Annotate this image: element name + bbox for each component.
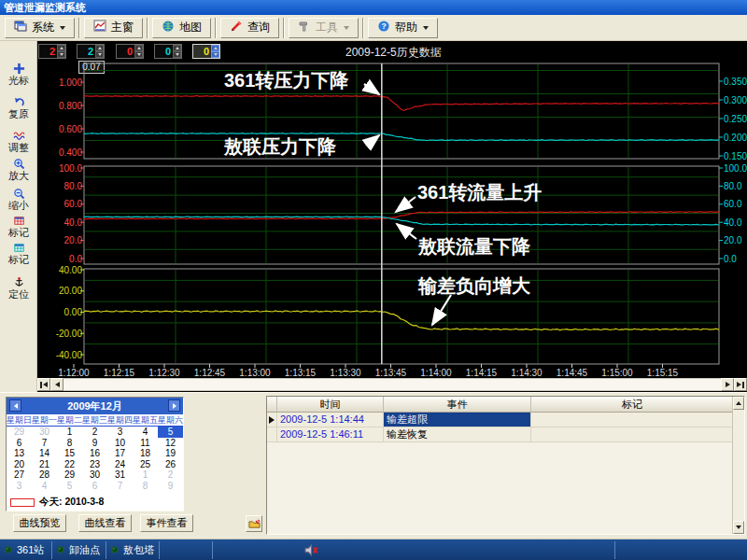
calendar-day[interactable]: 28: [32, 469, 57, 481]
event-table-scrollbar[interactable]: [732, 397, 744, 534]
calendar-day[interactable]: 9: [82, 438, 107, 449]
current-row-icon: [269, 416, 275, 424]
calendar-day[interactable]: 30: [82, 469, 107, 481]
svg-text:1:14:15: 1:14:15: [466, 368, 498, 378]
scroll-track[interactable]: [63, 378, 721, 391]
calendar-day[interactable]: 21: [32, 459, 57, 470]
scroll-right-button[interactable]: [721, 378, 734, 391]
calendar-day[interactable]: 6: [82, 481, 107, 492]
toolbar-button-查询[interactable]: 查询: [220, 18, 279, 38]
calendar-day[interactable]: 25: [133, 459, 158, 470]
sidebar-tool-label: 调整: [0, 142, 37, 153]
svg-text:40.0: 40.0: [724, 217, 742, 228]
calendar-day[interactable]: 5: [57, 481, 82, 492]
toolbar-button-label: 系统: [32, 20, 54, 35]
toolbar-button-地图[interactable]: 地图: [152, 18, 211, 38]
calendar-prev-button[interactable]: [9, 399, 21, 412]
calendar-day[interactable]: 26: [158, 459, 183, 470]
svg-text:1:13:45: 1:13:45: [375, 368, 407, 378]
calendar-day[interactable]: 29: [57, 469, 82, 481]
sidebar-tool-光标-0[interactable]: 光标: [0, 62, 37, 86]
calendar-day[interactable]: 1: [57, 427, 82, 438]
button-事件查看[interactable]: 事件查看: [140, 514, 193, 532]
calendar-day[interactable]: 10: [107, 438, 133, 449]
sidebar-tool-缩小-4[interactable]: 缩小: [0, 187, 37, 211]
calendar-day[interactable]: 12: [158, 438, 183, 449]
calendar-day[interactable]: 3: [7, 481, 32, 492]
chart-horizontal-scrollbar[interactable]: [37, 378, 747, 391]
undo-icon: [0, 95, 37, 108]
event-row-0[interactable]: 2009-12-5 1:14:44输差超限: [267, 413, 744, 427]
sidebar-tool-调整-2[interactable]: 调整: [0, 129, 37, 153]
toolbar-button-帮助[interactable]: ?帮助: [368, 18, 438, 38]
calendar-day[interactable]: 16: [82, 448, 107, 459]
calendar-day[interactable]: 31: [107, 469, 133, 481]
scroll-last-button[interactable]: [734, 378, 747, 391]
column-header-事件[interactable]: 事件: [384, 397, 531, 413]
calendar-day[interactable]: 2: [82, 427, 107, 438]
calendar-day[interactable]: 19: [158, 448, 183, 459]
column-header-标记[interactable]: 标记: [531, 397, 734, 413]
svg-text:100.0: 100.0: [724, 163, 747, 174]
toolbar-button-主窗[interactable]: 主窗: [84, 18, 143, 38]
svg-text:-40.00: -40.00: [56, 350, 83, 360]
svg-text:1:13:30: 1:13:30: [330, 368, 361, 378]
column-header-时间[interactable]: 时间: [277, 397, 384, 413]
speaker-muted-icon[interactable]: [304, 543, 318, 560]
calendar-day[interactable]: 30: [32, 427, 57, 438]
calendar-day[interactable]: 13: [7, 448, 32, 459]
scrollbar-down-button[interactable]: [733, 521, 744, 534]
calendar-day[interactable]: 4: [133, 427, 158, 438]
calendar-day[interactable]: 4: [32, 481, 57, 492]
window-title: 管道泄漏监测系统: [4, 2, 86, 13]
calendar-day[interactable]: 23: [82, 459, 107, 470]
calendar-day[interactable]: 27: [7, 469, 32, 481]
button-曲线查看[interactable]: 曲线查看: [78, 514, 132, 532]
scrollbar-up-button[interactable]: [733, 397, 744, 410]
calendar-day[interactable]: 2: [158, 469, 183, 481]
open-file-button[interactable]: [246, 515, 262, 532]
sidebar-tool-标记-6[interactable]: 标记: [0, 241, 37, 265]
sidebar-tool-放大-3[interactable]: 放大: [0, 157, 37, 181]
calendar-day[interactable]: 9: [158, 481, 183, 492]
sidebar-tool-定位-7[interactable]: 定位: [0, 275, 37, 300]
button-曲线预览[interactable]: 曲线预览: [13, 514, 66, 532]
status-station-361站: 361站: [0, 539, 44, 560]
calendar-day[interactable]: 6: [7, 438, 32, 449]
svg-text:80.0: 80.0: [64, 181, 83, 191]
calendar-day[interactable]: 8: [133, 481, 158, 492]
calendar-day[interactable]: 29: [7, 427, 32, 438]
calendar-day[interactable]: 18: [133, 448, 158, 459]
svg-text:0.0: 0.0: [724, 254, 737, 264]
calendar-next-button[interactable]: [168, 399, 180, 412]
svg-text:1:14:45: 1:14:45: [557, 368, 588, 378]
calendar-day[interactable]: 17: [107, 448, 133, 459]
sidebar-tool-label: 缩小: [0, 200, 37, 211]
calendar-day-selected[interactable]: 5: [158, 427, 183, 438]
calendar-day-name: 星期一: [32, 414, 57, 426]
calendar-day[interactable]: 8: [57, 438, 82, 449]
toolbar-button-系统[interactable]: 系统: [5, 18, 75, 38]
calendar-day[interactable]: 7: [32, 438, 57, 449]
calendar-day[interactable]: 3: [107, 427, 133, 438]
calendar-day[interactable]: 24: [107, 459, 133, 470]
calendar-day[interactable]: 15: [57, 448, 82, 459]
toolbar-button-label: 主窗: [111, 20, 134, 35]
calendar-day[interactable]: 11: [133, 438, 158, 449]
svg-text:40.0: 40.0: [64, 217, 83, 228]
sidebar-tool-标记-5[interactable]: 标记: [0, 214, 37, 238]
calendar-day[interactable]: 20: [7, 459, 32, 470]
sidebar-tool-复原-1[interactable]: 复原: [0, 95, 37, 119]
scroll-left-button[interactable]: [50, 378, 63, 391]
system-icon: [14, 20, 27, 35]
trend-chart-svg: 1.0000.8000.6000.4000.3500.3000.2500.200…: [37, 41, 747, 392]
status-separator: [159, 541, 160, 559]
calendar-day[interactable]: 14: [32, 448, 57, 459]
zoom-in-icon: [0, 157, 37, 170]
calendar-day[interactable]: 1: [133, 469, 158, 481]
calendar-day[interactable]: 22: [57, 459, 82, 470]
scroll-first-button[interactable]: [37, 378, 50, 391]
status-separator: [212, 541, 213, 559]
event-row-1[interactable]: 2009-12-5 1:46:11输差恢复: [267, 427, 744, 442]
calendar-day[interactable]: 7: [107, 481, 133, 492]
